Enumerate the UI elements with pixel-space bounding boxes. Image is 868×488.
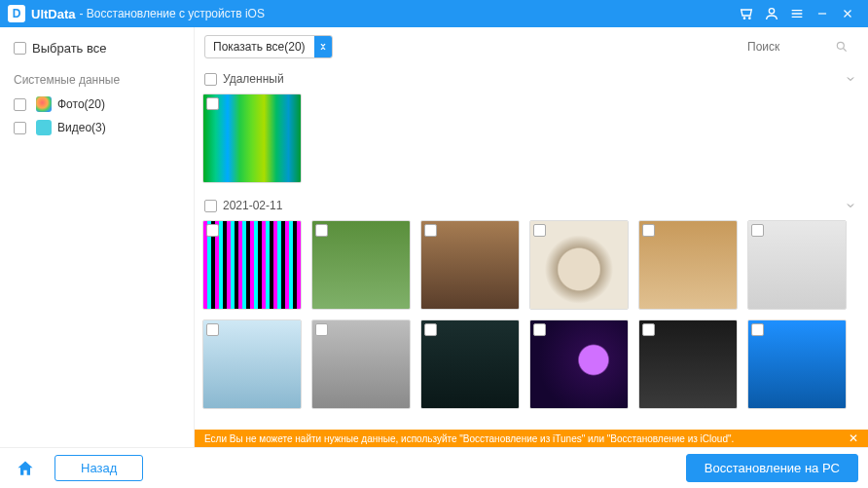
thumb-checkbox[interactable] — [533, 323, 546, 336]
video-icon — [36, 120, 52, 135]
thumbnail[interactable] — [202, 319, 302, 409]
thumbnail[interactable] — [311, 319, 411, 409]
app-logo: D — [8, 5, 25, 22]
select-all-label: Выбрать все — [32, 41, 106, 56]
banner-text: Если Вы не можете найти нужные данные, и… — [204, 433, 734, 444]
category-header: Системные данные — [0, 61, 194, 93]
search-icon — [835, 40, 849, 54]
group-checkbox[interactable] — [204, 200, 217, 212]
thumbnail[interactable] — [638, 319, 738, 409]
group-header[interactable]: Удаленный — [202, 66, 858, 92]
thumb-grid — [202, 92, 858, 193]
thumbnail[interactable] — [529, 220, 629, 310]
menu-icon[interactable] — [784, 1, 810, 26]
thumb-checkbox[interactable] — [315, 323, 328, 336]
group-label: 2021-02-11 — [223, 199, 282, 212]
thumbnail[interactable] — [747, 220, 847, 310]
minimize-button[interactable] — [810, 1, 835, 26]
thumbnail-groups: Удаленный2021-02-11 — [195, 66, 868, 447]
cart-icon[interactable] — [734, 1, 759, 26]
thumb-checkbox[interactable] — [206, 224, 219, 237]
svg-point-0 — [769, 9, 774, 14]
app-name: UltData — [31, 7, 76, 21]
user-icon[interactable] — [759, 1, 784, 26]
app-subtitle: - Восстановление с устройств iOS — [80, 7, 265, 20]
search-input[interactable] — [747, 40, 835, 54]
content: Показать все(20) Удаленный2021-02-11 Есл… — [195, 27, 868, 447]
group-checkbox[interactable] — [204, 73, 217, 86]
chevron-down-icon — [845, 73, 856, 85]
thumbnail[interactable] — [747, 319, 847, 409]
group-header[interactable]: 2021-02-11 — [202, 193, 858, 218]
photo-icon — [36, 96, 52, 112]
select-all[interactable]: Выбрать все — [0, 35, 194, 61]
thumb-checkbox[interactable] — [424, 323, 437, 336]
back-button[interactable]: Назад — [54, 455, 143, 481]
category-checkbox[interactable] — [14, 98, 26, 111]
thumb-grid — [202, 218, 858, 419]
home-button[interactable] — [10, 455, 41, 482]
category-label: Фото(20) — [57, 97, 105, 111]
thumb-checkbox[interactable] — [315, 224, 328, 237]
category-label: Видео(3) — [57, 121, 106, 134]
thumb-checkbox[interactable] — [751, 323, 764, 336]
thumb-checkbox[interactable] — [642, 323, 655, 336]
search — [747, 40, 858, 54]
titlebar: D UltData - Восстановление с устройств i… — [0, 0, 868, 27]
thumb-checkbox[interactable] — [533, 224, 546, 237]
info-banner: Если Вы не можете найти нужные данные, и… — [195, 430, 868, 447]
thumbnail[interactable] — [202, 220, 302, 310]
chevron-down-icon — [314, 36, 332, 57]
category-checkbox[interactable] — [14, 122, 26, 134]
thumbnail[interactable] — [529, 319, 629, 409]
recover-button[interactable]: Восстановление на PC — [686, 454, 858, 482]
thumb-checkbox[interactable] — [751, 224, 764, 237]
toolbar: Показать все(20) — [195, 27, 868, 66]
sidebar-item-video[interactable]: Видео(3) — [0, 116, 194, 139]
close-button[interactable] — [835, 1, 860, 26]
thumbnail[interactable] — [202, 94, 302, 183]
main: Выбрать все Системные данные Фото(20)Вид… — [0, 27, 868, 447]
thumbnail[interactable] — [638, 220, 738, 310]
sidebar-item-photo[interactable]: Фото(20) — [0, 93, 194, 116]
select-all-checkbox[interactable] — [14, 42, 26, 55]
banner-close-icon[interactable]: ✕ — [849, 432, 858, 445]
thumbnail[interactable] — [420, 220, 520, 310]
thumb-checkbox[interactable] — [642, 224, 655, 237]
thumb-checkbox[interactable] — [206, 97, 219, 110]
thumbnail[interactable] — [311, 220, 411, 310]
sidebar: Выбрать все Системные данные Фото(20)Вид… — [0, 27, 195, 447]
svg-point-1 — [837, 42, 844, 49]
thumb-checkbox[interactable] — [424, 224, 437, 237]
filter-label: Показать все(20) — [205, 40, 314, 54]
chevron-down-icon — [845, 200, 856, 211]
filter-dropdown[interactable]: Показать все(20) — [204, 35, 333, 58]
group-label: Удаленный — [223, 72, 284, 86]
thumb-checkbox[interactable] — [206, 323, 219, 336]
thumbnail[interactable] — [420, 319, 520, 409]
footer: Назад Восстановление на PC — [0, 447, 868, 488]
